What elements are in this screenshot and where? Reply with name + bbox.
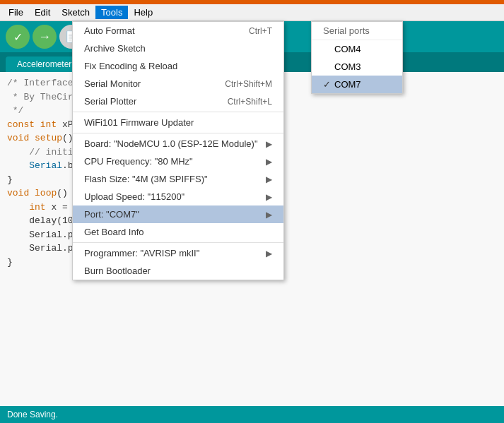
port-label: COM7: [334, 79, 361, 90]
menu-item-label: Archive Sketch: [84, 43, 146, 54]
submenu-header: Serial ports: [312, 22, 402, 40]
menu-item-label: Burn Bootloader: [84, 266, 151, 276]
submenu-arrow-icon: ▶: [266, 210, 272, 220]
menu-item-help[interactable]: Help: [128, 6, 158, 19]
shortcut-label: Ctrl+T: [249, 26, 272, 36]
menu-separator: [73, 242, 283, 243]
menu-item-label: Get Board Info: [84, 227, 144, 237]
menu-item-tools[interactable]: Tools: [95, 6, 128, 19]
port-submenu: Serial portsCOM4COM3✓COM7: [311, 21, 403, 94]
menu-item-label: Board: "NodeMCU 1.0 (ESP-12E Module)": [84, 138, 258, 149]
menu-separator: [73, 133, 283, 133]
port-label: COM3: [334, 61, 361, 72]
port-item[interactable]: COM3: [312, 58, 402, 76]
port-label: COM4: [334, 44, 361, 54]
verify-button[interactable]: ✓: [6, 25, 30, 49]
tools-menu-item[interactable]: Archive Sketch: [73, 40, 283, 57]
upload-button[interactable]: →: [33, 25, 57, 49]
menu-item-label: Serial Monitor: [84, 78, 141, 89]
menu-bar: FileEditSketchToolsHelp: [0, 4, 504, 21]
menu-item-label: Fix Encoding & Reload: [84, 61, 177, 71]
menu-item-label: Auto Format: [84, 25, 135, 36]
menu-item-label: Port: "COM7": [84, 209, 139, 220]
tools-menu-item[interactable]: WiFi101 Firmware Updater: [73, 114, 283, 131]
tools-menu-item[interactable]: Upload Speed: "115200"▶: [73, 188, 283, 205]
status-bar: Done Saving.: [0, 406, 504, 423]
tools-menu-item[interactable]: Get Board Info: [73, 223, 283, 241]
menu-item-sketch[interactable]: Sketch: [56, 6, 95, 19]
menu-item-label: CPU Frequency: "80 MHz": [84, 156, 193, 167]
editor-tab[interactable]: Accelerometer: [6, 56, 83, 72]
port-item[interactable]: COM4: [312, 40, 402, 58]
menu-item-label: Programmer: "AVRISP mkII": [84, 248, 199, 258]
menu-item-label: Flash Size: "4M (3M SPIFFS)": [84, 174, 208, 184]
menu-item-label: Upload Speed: "115200": [84, 191, 184, 202]
menu-item-label: WiFi101 Firmware Updater: [84, 117, 194, 128]
tools-menu-item[interactable]: Port: "COM7"▶: [73, 205, 283, 223]
submenu-arrow-icon: ▶: [266, 139, 272, 149]
tools-menu-item[interactable]: Board: "NodeMCU 1.0 (ESP-12E Module)"▶: [73, 135, 283, 153]
tools-menu-item[interactable]: CPU Frequency: "80 MHz"▶: [73, 153, 283, 170]
menu-item-file[interactable]: File: [3, 6, 29, 19]
shortcut-label: Ctrl+Shift+M: [225, 79, 272, 89]
tools-menu-item[interactable]: Flash Size: "4M (3M SPIFFS)"▶: [73, 170, 283, 188]
tools-dropdown: Auto FormatCtrl+TArchive SketchFix Encod…: [72, 21, 284, 280]
shortcut-label: Ctrl+Shift+L: [228, 97, 272, 107]
tools-menu-item[interactable]: Auto FormatCtrl+T: [73, 22, 283, 40]
submenu-arrow-icon: ▶: [266, 157, 272, 167]
submenu-arrow-icon: ▶: [266, 192, 272, 202]
tools-menu-item[interactable]: Serial MonitorCtrl+Shift+M: [73, 75, 283, 93]
menu-item-edit[interactable]: Edit: [29, 6, 56, 19]
menu-separator: [73, 112, 283, 112]
port-item[interactable]: ✓COM7: [312, 76, 402, 93]
submenu-arrow-icon: ▶: [266, 174, 272, 184]
submenu-arrow-icon: ▶: [266, 249, 272, 258]
tools-menu-item[interactable]: Serial PlotterCtrl+Shift+L: [73, 93, 283, 110]
check-icon: ✓: [323, 79, 334, 90]
tools-menu-item[interactable]: Fix Encoding & Reload: [73, 57, 283, 75]
tools-menu-item[interactable]: Burn Bootloader: [73, 262, 283, 280]
status-text: Done Saving.: [7, 410, 58, 419]
menu-item-label: Serial Plotter: [84, 96, 136, 107]
tools-menu-item[interactable]: Programmer: "AVRISP mkII"▶: [73, 244, 283, 262]
